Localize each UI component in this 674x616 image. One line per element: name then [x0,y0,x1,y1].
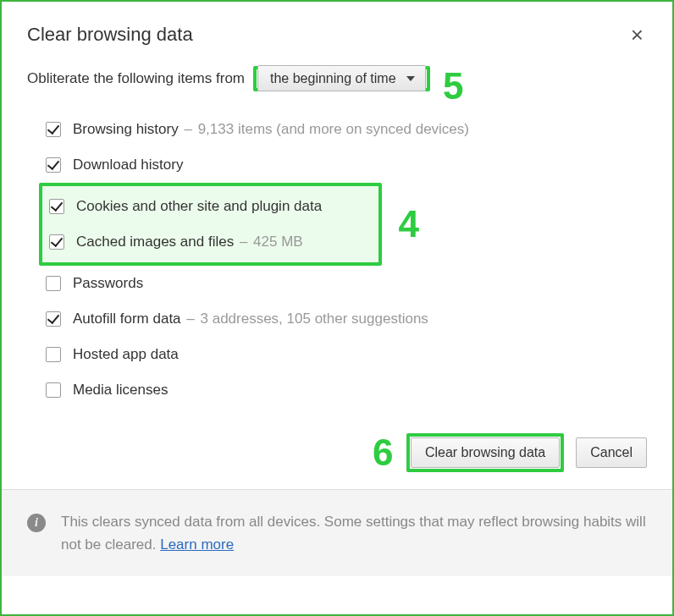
checkbox-passwords[interactable] [46,276,61,291]
checkbox-media-licenses[interactable] [46,382,61,398]
checkbox-download-history[interactable] [46,157,61,173]
item-label: Browsing history [73,121,179,137]
dialog-footer: 6 Clear browsing data Cancel [2,408,672,489]
annotation-number-5: 5 [443,65,463,107]
item-hosted-app: Hosted app data [46,337,647,372]
item-label: Passwords [73,275,143,292]
obliterate-label: Obliterate the following items from [27,70,245,87]
dash: – [186,311,194,327]
item-info: 425 MB [253,234,303,250]
dialog-header: Clear browsing data × [2,2,672,59]
chevron-down-icon [406,76,415,81]
item-media-licenses: Media licenses [46,372,647,408]
annotation-highlight-6: 6 Clear browsing data [406,433,564,472]
cancel-button[interactable]: Cancel [576,437,647,468]
item-label: Autofill form data [73,311,181,327]
annotation-highlight-5: the beginning of time 5 [253,66,430,91]
dialog-title: Clear browsing data [27,24,193,46]
item-download-history: Download history [46,147,647,183]
item-browsing-history: Browsing history – 9,133 items (and more… [46,112,647,147]
info-text: This clears synced data from all devices… [61,514,646,553]
checkbox-cached-images[interactable] [49,234,64,250]
dash: – [240,234,247,250]
checkbox-browsing-history[interactable] [46,122,61,137]
checkbox-hosted-app[interactable] [46,347,61,362]
checkbox-cookies[interactable] [49,199,64,214]
item-info: 3 addresses, 105 other suggestions [201,311,428,327]
item-label: Cookies and other site and plugin data [76,198,322,215]
checkbox-autofill[interactable] [46,311,61,327]
item-info: 9,133 items (and more on synced devices) [198,121,469,137]
learn-more-link[interactable]: Learn more [160,536,234,553]
info-text-container: This clears synced data from all devices… [61,510,647,556]
clear-browsing-data-dialog: Clear browsing data × Obliterate the fol… [2,2,672,614]
item-cached-images: Cached images and files – 425 MB [49,224,372,260]
annotation-highlight-4: Cookies and other site and plugin data C… [39,183,382,266]
item-cookies: Cookies and other site and plugin data [49,189,372,224]
info-footer: i This clears synced data from all devic… [2,489,672,576]
dash: – [184,121,191,137]
item-autofill: Autofill form data – 3 addresses, 105 ot… [46,301,647,337]
close-button[interactable]: × [627,24,647,46]
close-icon: × [631,22,644,47]
dialog-body: Obliterate the following items from the … [2,59,672,408]
info-icon: i [27,514,46,532]
items-list: Browsing history – 9,133 items (and more… [27,112,647,408]
annotation-number-6: 6 [373,432,393,474]
annotation-number-4: 4 [399,203,419,245]
clear-browsing-data-button[interactable]: Clear browsing data [411,437,560,468]
time-range-dropdown[interactable]: the beginning of time [257,65,426,91]
obliterate-row: Obliterate the following items from the … [27,66,647,91]
item-label: Download history [73,157,183,173]
item-passwords: Passwords [46,266,647,301]
item-label: Cached images and files [76,234,234,250]
dropdown-value: the beginning of time [270,71,396,85]
item-label: Media licenses [73,382,168,399]
item-label: Hosted app data [73,346,179,363]
